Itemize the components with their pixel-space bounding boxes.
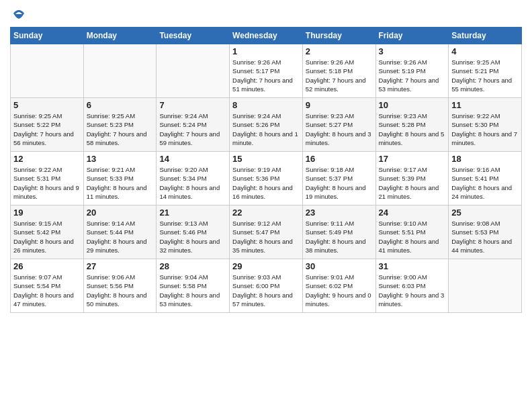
- day-number: 9: [306, 100, 373, 110]
- day-info: Sunrise: 9:04 AM Sunset: 5:58 PM Dayligh…: [159, 273, 226, 308]
- day-info: Sunrise: 9:14 AM Sunset: 5:44 PM Dayligh…: [87, 219, 154, 255]
- calendar-cell: [449, 259, 522, 313]
- calendar-cell: [157, 44, 230, 98]
- day-header-thursday: Thursday: [302, 28, 375, 44]
- calendar-cell: 22Sunrise: 9:12 AM Sunset: 5:47 PM Dayli…: [230, 205, 303, 259]
- day-number: 1: [232, 46, 300, 56]
- day-number: 14: [159, 154, 226, 164]
- day-info: Sunrise: 9:23 AM Sunset: 5:28 PM Dayligh…: [379, 111, 446, 147]
- day-header-tuesday: Tuesday: [157, 28, 230, 44]
- day-info: Sunrise: 9:22 AM Sunset: 5:31 PM Dayligh…: [13, 165, 81, 201]
- day-number: 19: [13, 208, 81, 218]
- day-info: Sunrise: 9:11 AM Sunset: 5:49 PM Dayligh…: [306, 219, 373, 255]
- calendar-cell: 23Sunrise: 9:11 AM Sunset: 5:49 PM Dayli…: [302, 205, 375, 259]
- calendar-cell: 5Sunrise: 9:25 AM Sunset: 5:22 PM Daylig…: [11, 98, 84, 152]
- day-info: Sunrise: 9:07 AM Sunset: 5:54 PM Dayligh…: [13, 273, 81, 308]
- day-number: 29: [232, 261, 300, 271]
- day-header-wednesday: Wednesday: [230, 28, 303, 44]
- day-header-monday: Monday: [83, 28, 157, 44]
- page-container: SundayMondayTuesdayWednesdayThursdayFrid…: [0, 0, 532, 320]
- day-number: 20: [87, 208, 154, 218]
- day-info: Sunrise: 9:25 AM Sunset: 5:21 PM Dayligh…: [451, 58, 519, 93]
- day-header-sunday: Sunday: [11, 28, 84, 44]
- day-info: Sunrise: 9:00 AM Sunset: 6:03 PM Dayligh…: [379, 273, 446, 308]
- calendar-cell: 26Sunrise: 9:07 AM Sunset: 5:54 PM Dayli…: [11, 259, 84, 313]
- day-number: 7: [159, 100, 226, 110]
- day-number: 21: [159, 208, 226, 218]
- day-info: Sunrise: 9:21 AM Sunset: 5:33 PM Dayligh…: [87, 165, 154, 201]
- day-number: 26: [13, 261, 81, 271]
- calendar-cell: 11Sunrise: 9:22 AM Sunset: 5:30 PM Dayli…: [449, 98, 522, 152]
- day-number: 31: [379, 261, 446, 271]
- header: [10, 7, 522, 21]
- day-info: Sunrise: 9:20 AM Sunset: 5:34 PM Dayligh…: [159, 165, 226, 201]
- calendar-cell: 21Sunrise: 9:13 AM Sunset: 5:46 PM Dayli…: [157, 205, 230, 259]
- day-info: Sunrise: 9:13 AM Sunset: 5:46 PM Dayligh…: [159, 219, 226, 255]
- day-number: 8: [232, 100, 300, 110]
- day-info: Sunrise: 9:26 AM Sunset: 5:19 PM Dayligh…: [379, 58, 446, 93]
- calendar-cell: 20Sunrise: 9:14 AM Sunset: 5:44 PM Dayli…: [83, 205, 157, 259]
- calendar-cell: 2Sunrise: 9:26 AM Sunset: 5:18 PM Daylig…: [302, 44, 375, 98]
- day-info: Sunrise: 9:08 AM Sunset: 5:53 PM Dayligh…: [451, 219, 519, 255]
- day-number: 17: [379, 154, 446, 164]
- day-info: Sunrise: 9:26 AM Sunset: 5:17 PM Dayligh…: [232, 58, 300, 93]
- calendar-cell: [83, 44, 157, 98]
- calendar-cell: 1Sunrise: 9:26 AM Sunset: 5:17 PM Daylig…: [230, 44, 303, 98]
- day-info: Sunrise: 9:23 AM Sunset: 5:27 PM Dayligh…: [306, 111, 373, 147]
- calendar-cell: 30Sunrise: 9:01 AM Sunset: 6:02 PM Dayli…: [302, 259, 375, 313]
- calendar-cell: 6Sunrise: 9:25 AM Sunset: 5:23 PM Daylig…: [83, 98, 157, 152]
- day-info: Sunrise: 9:06 AM Sunset: 5:56 PM Dayligh…: [87, 273, 154, 308]
- day-info: Sunrise: 9:03 AM Sunset: 6:00 PM Dayligh…: [232, 273, 300, 308]
- day-number: 5: [13, 100, 81, 110]
- calendar-cell: 9Sunrise: 9:23 AM Sunset: 5:27 PM Daylig…: [302, 98, 375, 152]
- calendar-cell: [11, 44, 84, 98]
- week-row-2: 5Sunrise: 9:25 AM Sunset: 5:22 PM Daylig…: [11, 98, 522, 152]
- week-row-1: 1Sunrise: 9:26 AM Sunset: 5:17 PM Daylig…: [11, 44, 522, 98]
- day-info: Sunrise: 9:10 AM Sunset: 5:51 PM Dayligh…: [379, 219, 446, 255]
- day-info: Sunrise: 9:22 AM Sunset: 5:30 PM Dayligh…: [451, 111, 519, 147]
- calendar-cell: 13Sunrise: 9:21 AM Sunset: 5:33 PM Dayli…: [83, 152, 157, 205]
- day-number: 16: [306, 154, 373, 164]
- calendar-cell: 3Sunrise: 9:26 AM Sunset: 5:19 PM Daylig…: [375, 44, 449, 98]
- day-number: 12: [13, 154, 81, 164]
- day-info: Sunrise: 9:19 AM Sunset: 5:36 PM Dayligh…: [232, 165, 300, 201]
- day-number: 24: [379, 208, 446, 218]
- calendar-cell: 10Sunrise: 9:23 AM Sunset: 5:28 PM Dayli…: [375, 98, 449, 152]
- day-info: Sunrise: 9:15 AM Sunset: 5:42 PM Dayligh…: [13, 219, 81, 255]
- day-number: 18: [451, 154, 519, 164]
- day-info: Sunrise: 9:24 AM Sunset: 5:24 PM Dayligh…: [159, 111, 226, 147]
- day-number: 3: [379, 46, 446, 56]
- calendar-table: SundayMondayTuesdayWednesdayThursdayFrid…: [10, 27, 522, 313]
- day-info: Sunrise: 9:16 AM Sunset: 5:41 PM Dayligh…: [451, 165, 519, 201]
- day-info: Sunrise: 9:24 AM Sunset: 5:26 PM Dayligh…: [232, 111, 300, 147]
- day-info: Sunrise: 9:01 AM Sunset: 6:02 PM Dayligh…: [306, 273, 373, 308]
- calendar-cell: 8Sunrise: 9:24 AM Sunset: 5:26 PM Daylig…: [230, 98, 303, 152]
- day-info: Sunrise: 9:12 AM Sunset: 5:47 PM Dayligh…: [232, 219, 300, 255]
- day-info: Sunrise: 9:25 AM Sunset: 5:22 PM Dayligh…: [13, 111, 81, 147]
- day-header-saturday: Saturday: [449, 28, 522, 44]
- day-info: Sunrise: 9:25 AM Sunset: 5:23 PM Dayligh…: [87, 111, 154, 147]
- day-info: Sunrise: 9:18 AM Sunset: 5:37 PM Dayligh…: [306, 165, 373, 201]
- day-info: Sunrise: 9:17 AM Sunset: 5:39 PM Dayligh…: [379, 165, 446, 201]
- day-number: 2: [306, 46, 373, 56]
- calendar-cell: 17Sunrise: 9:17 AM Sunset: 5:39 PM Dayli…: [375, 152, 449, 205]
- calendar-cell: 25Sunrise: 9:08 AM Sunset: 5:53 PM Dayli…: [449, 205, 522, 259]
- calendar-cell: 7Sunrise: 9:24 AM Sunset: 5:24 PM Daylig…: [157, 98, 230, 152]
- day-number: 27: [87, 261, 154, 271]
- day-info: Sunrise: 9:26 AM Sunset: 5:18 PM Dayligh…: [306, 58, 373, 93]
- calendar-header-row: SundayMondayTuesdayWednesdayThursdayFrid…: [11, 28, 522, 44]
- day-header-friday: Friday: [375, 28, 449, 44]
- day-number: 6: [87, 100, 154, 110]
- day-number: 30: [306, 261, 373, 271]
- calendar-cell: 19Sunrise: 9:15 AM Sunset: 5:42 PM Dayli…: [11, 205, 84, 259]
- day-number: 25: [451, 208, 519, 218]
- calendar-cell: 14Sunrise: 9:20 AM Sunset: 5:34 PM Dayli…: [157, 152, 230, 205]
- week-row-5: 26Sunrise: 9:07 AM Sunset: 5:54 PM Dayli…: [11, 259, 522, 313]
- week-row-4: 19Sunrise: 9:15 AM Sunset: 5:42 PM Dayli…: [11, 205, 522, 259]
- calendar-cell: 16Sunrise: 9:18 AM Sunset: 5:37 PM Dayli…: [302, 152, 375, 205]
- day-number: 23: [306, 208, 373, 218]
- logo-icon: [11, 7, 26, 21]
- day-number: 13: [87, 154, 154, 164]
- day-number: 28: [159, 261, 226, 271]
- calendar-cell: 29Sunrise: 9:03 AM Sunset: 6:00 PM Dayli…: [230, 259, 303, 313]
